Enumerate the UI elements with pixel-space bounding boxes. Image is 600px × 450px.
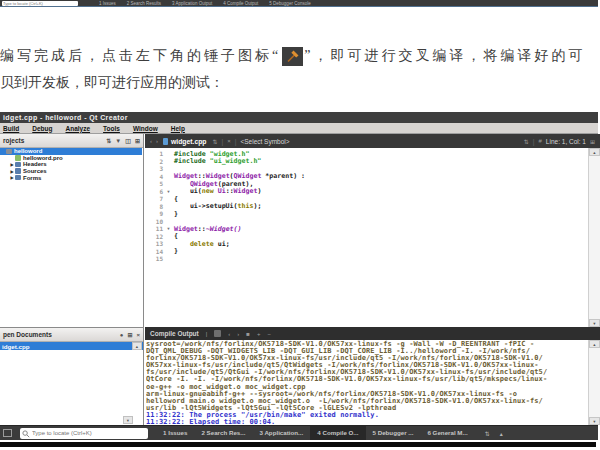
scroll-up-icon[interactable]: ▴ — [589, 340, 600, 348]
status-bar: 1 Issues2 Search Res...3 Application...4… — [0, 425, 598, 440]
open-document-item[interactable]: idget.cpp — [0, 342, 143, 350]
pane-tab-6[interactable]: 6 General M... — [420, 426, 474, 440]
tree-item-helloword[interactable]: helloword — [0, 148, 142, 155]
page: 1 Issues2 Search Results3 Application Ou… — [0, 0, 600, 450]
tree-item-helloword-pro[interactable]: helloword.pro — [0, 155, 142, 162]
bottom-border-rule — [0, 442, 596, 447]
menu-analyze[interactable]: Analyze — [65, 125, 90, 132]
stop-icon[interactable]: ■ — [246, 331, 250, 337]
top-output-tabs: 1 Issues2 Search Results3 Application Ou… — [88, 1, 311, 6]
top-output-tab[interactable]: 1 Issues — [99, 1, 116, 6]
next-item-icon[interactable]: › — [237, 331, 239, 337]
manage-icon[interactable]: ● — [120, 332, 124, 338]
hammer-icon — [282, 47, 303, 66]
code-area[interactable]: 1#include "widget.h"2#include "ui_widget… — [145, 148, 588, 327]
scroll-up-icon[interactable]: ▴ — [132, 342, 142, 350]
compile-output-panel: Compile Output | ‹ › ■ + − sysroot=/work… — [145, 327, 600, 425]
editor-tab-title[interactable]: widget.cpp — [171, 138, 207, 145]
zoom-in-icon[interactable]: + — [257, 331, 261, 337]
fold-marker-icon[interactable]: ▼ — [163, 189, 174, 194]
menu-window[interactable]: Window — [133, 125, 158, 132]
split-icon[interactable]: ⊞ — [135, 138, 140, 144]
document-dropdown-icon[interactable]: ⇅ — [213, 138, 218, 145]
top-cutoff-status-bar: 1 Issues2 Search Results3 Application Ou… — [0, 0, 598, 7]
code-line: 2#include "ui_widget.h" — [145, 158, 588, 166]
tree-item-forms[interactable]: ▶Forms — [0, 174, 142, 181]
top-output-tab[interactable]: 3 Application Output — [172, 1, 212, 6]
link-icon[interactable]: ◫ — [125, 138, 131, 144]
scroll-down-icon[interactable]: ▾ — [123, 416, 133, 424]
menu-help[interactable]: Help — [171, 125, 185, 132]
pane-tab-2[interactable]: 2 Search Res... — [194, 426, 252, 440]
line-number: 7 — [145, 195, 163, 202]
line-number: 1 — [145, 150, 163, 157]
tree-item-label: helloword.pro — [23, 155, 63, 161]
top-output-tab[interactable]: 4 Compile Output — [223, 1, 258, 6]
forms-folder-icon — [15, 175, 21, 181]
pane-tab-4[interactable]: 4 Compile O... — [310, 426, 365, 440]
sync-icon[interactable]: ⇅ — [106, 138, 111, 144]
code-text: #include "ui_widget.h" — [174, 157, 261, 165]
close-document-icon[interactable]: × — [227, 138, 231, 144]
compile-output-text[interactable]: sysroot=/work/nfs/forlinx/OK5718-SDK-V1.… — [146, 340, 588, 426]
headers-folder-icon — [15, 162, 21, 168]
line-number: 10 — [145, 218, 163, 225]
projects-panel: rojects ⇅ ▼ ◫ ⊞ hellowordhelloword.pro▶H… — [0, 134, 144, 327]
pane-tab-5[interactable]: 5 Debugger ... — [366, 426, 421, 440]
line-number: 14 — [145, 248, 163, 255]
window-title-bar[interactable]: idget.cpp - helloword - Qt Creator — [0, 112, 598, 123]
output-panes-icon[interactable] — [3, 429, 12, 437]
split-icon[interactable]: ⊞ — [127, 332, 132, 338]
code-line: 6▼ ui(new Ui::Widget) — [145, 188, 588, 196]
filter-icon[interactable]: ▼ — [115, 138, 121, 144]
line-number: 11 — [145, 225, 163, 232]
symbol-dropdown-icon[interactable]: ⇅ — [524, 138, 529, 145]
file-type-icon — [163, 138, 168, 145]
sources-folder-icon — [15, 168, 21, 174]
code-text: ui(new Ui::Widget) — [174, 187, 261, 195]
pro-file-icon — [15, 155, 21, 161]
open-documents-list: idget.cpp — [0, 342, 143, 350]
top-locator-input[interactable] — [2, 1, 78, 6]
symbol-selector[interactable]: <Select Symbol> — [240, 138, 289, 145]
fold-marker-icon[interactable]: ▼ — [163, 226, 174, 231]
code-line: 9} — [145, 210, 588, 218]
pane-tab-3[interactable]: 3 Application... — [252, 426, 310, 440]
collapse-pane-icon[interactable]: ▴ — [500, 430, 503, 437]
editor-scrollbar[interactable]: ▴ ▾ — [588, 148, 600, 327]
compile-output-header: Compile Output | ‹ › ■ + − — [145, 327, 600, 340]
projects-panel-header: rojects ⇅ ▼ ◫ ⊞ — [0, 134, 143, 148]
pane-tab-1[interactable]: 1 Issues — [156, 426, 194, 440]
tree-item-sources[interactable]: ▶Sources — [0, 168, 142, 175]
nav-forward-icon[interactable]: › — [156, 138, 158, 144]
pane-overflow-icon[interactable]: ⇅ — [485, 430, 490, 437]
top-output-tab[interactable]: 2 Search Results — [127, 1, 161, 6]
line-number: 9 — [145, 210, 163, 217]
menu-build[interactable]: Build — [3, 125, 19, 132]
doc-paragraph-line2: 贝到开发板，即可进行应用的测试： — [0, 74, 600, 98]
doc-text-before-icon: 编写完成后，点击左下角的锤子图标“ — [0, 47, 281, 65]
line-number: 5 — [145, 180, 163, 187]
code-text: } — [174, 247, 178, 255]
close-icon[interactable]: × — [136, 332, 140, 338]
build-icon[interactable] — [214, 330, 221, 337]
locator-field[interactable] — [20, 428, 148, 439]
line-number: 4 — [145, 173, 163, 180]
open-documents-header: pen Documents ● ⊞ × — [0, 328, 143, 342]
scroll-down-icon[interactable]: ▾ — [589, 417, 600, 425]
menu-tools[interactable]: Tools — [103, 125, 120, 132]
menu-debug[interactable]: Debug — [32, 125, 52, 132]
scroll-up-icon[interactable]: ▴ — [589, 148, 600, 156]
line-number: 3 — [145, 165, 163, 172]
nav-back-icon[interactable]: ‹ — [150, 138, 152, 144]
locator-input[interactable] — [20, 428, 148, 439]
open-documents-title: pen Documents — [3, 331, 52, 338]
prev-item-icon[interactable]: ‹ — [228, 331, 230, 337]
tree-item-headers[interactable]: ▶Headers — [0, 161, 142, 168]
scroll-down-icon[interactable]: ▾ — [589, 319, 600, 327]
top-output-tab[interactable]: 5 Debugger Console — [269, 1, 310, 6]
split-editor-icon[interactable]: ⊞ — [590, 138, 595, 145]
code-line: 11▼Widget::~Widget() — [145, 225, 588, 233]
compile-output-scrollbar[interactable]: ▴ ▾ — [588, 340, 600, 425]
zoom-out-icon[interactable]: − — [267, 331, 271, 337]
